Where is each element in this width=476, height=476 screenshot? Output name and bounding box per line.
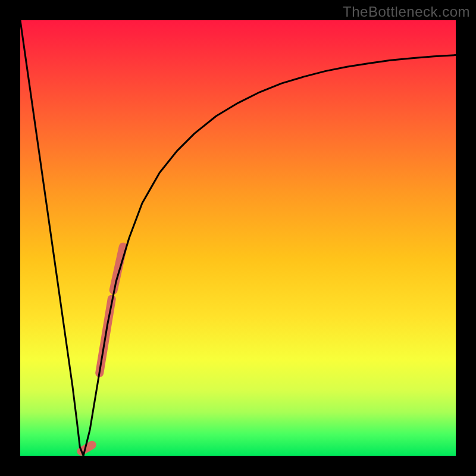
bottleneck-curve <box>20 20 456 456</box>
curve-svg <box>20 20 456 456</box>
watermark-text: TheBottleneck.com <box>343 4 470 20</box>
plot-area <box>20 20 456 456</box>
chart-frame: TheBottleneck.com <box>0 0 476 476</box>
